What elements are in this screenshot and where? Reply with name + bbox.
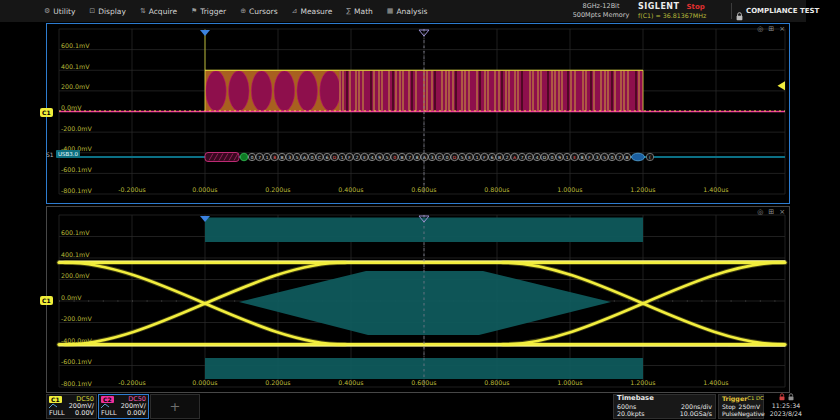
lfps-lobe [297,71,318,111]
bw-label: FULL [101,410,117,417]
x-axis-label: 0.800us [484,186,509,193]
menu-item-acquire[interactable]: ⇅Acquire [140,7,177,16]
fullscreen-icon[interactable]: ⊞ [768,25,774,33]
decode-char: E [573,155,576,160]
decode-char: 5 [461,155,464,160]
decode-char: B [281,155,284,160]
waveform-grid[interactable]: ◎ ⊞ × 600.1mV400.1mV200.0mV0.0mV-200.0mV… [46,23,790,204]
decode-char: 8 [581,155,584,160]
timebase-box[interactable]: Timebase 600ns200ns/div 20.0kpts10.0GSa/… [613,394,716,419]
trigger-position-marker[interactable] [200,30,210,36]
decode-char: A [303,155,306,160]
decode-char: C [528,155,531,160]
x-axis-label: 1.400us [703,379,728,386]
menu-separator [731,3,732,19]
decode-start-token [205,153,239,162]
timebase-scale: 200ns/div [681,403,712,411]
menu-item-utility[interactable]: ⚙Utility [44,7,75,16]
y-axis-label: 0.0mV [61,104,82,111]
scope-spec: 8GHz-12Bit 500Mpts Memory [570,2,632,20]
brand-logo: SIGLENT [638,2,680,11]
menu-item-cursors[interactable]: ⊕Cursors [240,7,277,16]
decode-char: 5 [603,155,606,160]
trigger-title: Trigger [722,395,747,403]
timebase-title: Timebase [617,395,654,403]
decode-char: A [513,155,516,160]
y-axis-label: 0.0mV [61,294,82,301]
decode-char: 0 [393,155,396,160]
c1-offset-badge-eye[interactable]: C1 [40,296,53,305]
menu-item-label: Trigger [200,7,226,16]
brand-block: SIGLENT Stop f(C1) = 36.81367MHz [638,2,730,19]
camera-icon[interactable]: ◎ [757,208,763,216]
fullscreen-icon[interactable]: ⊞ [768,208,774,216]
grid-toolbar: ◎ ⊞ × [757,25,785,33]
sample-rate: 10.0GSa/s [680,410,712,418]
x-axis-label: 0.000us [192,379,217,386]
usb3-decoder-badge[interactable]: USB3.0 [56,150,80,158]
close-icon[interactable]: × [779,208,785,216]
waveform-plot: 600.1mV400.1mV200.0mV0.0mV-200.0mV-400.0… [47,24,789,203]
frequency-counter: f(C1) = 36.81367MHz [638,12,730,19]
eye-diagram-grid[interactable]: ◎ ⊞ × 600.1mV400.1mV200.0mV0.0mV-200.0mV… [46,206,790,393]
clock-box[interactable]: 11:25:34 2023/8/24 [766,394,806,419]
menu-item-analysis[interactable]: ▦Analysis [387,7,428,16]
x-axis-label: 1.200us [630,186,655,193]
decode-char: 2 [356,155,359,160]
c1-offset-badge[interactable]: C1 [40,108,53,117]
decode-char: 9 [378,155,381,160]
decode-char: ( [649,155,651,160]
compliance-test-label[interactable]: COMPLIANCE TEST [746,7,819,15]
trigger-box[interactable]: TriggerC1 DC Stop250mV PulseNegative [718,394,764,419]
y-axis-label: 400.1mV [61,63,90,70]
acquire-icon: ⇅ [140,7,146,15]
menu-item-label: Acquire [149,7,177,16]
menu-item-trigger[interactable]: ⚑Trigger [191,7,226,16]
x-axis-label: 0.200us [265,186,290,193]
decode-char: 5 [296,155,299,160]
decode-char: 0 [251,155,254,160]
lfps-lobe [206,71,227,111]
y-axis-label: -200.0mV [61,315,92,322]
decode-char: 1 [341,155,344,160]
timebase-delay: 600ns [617,403,636,411]
channel-descriptor-c1[interactable]: C1 DC50 200mV/ FULL 0.00V [46,394,97,419]
trigger-level-marker[interactable] [778,81,786,90]
decode-char: 3 [431,155,434,160]
x-axis-label: 0.400us [338,379,363,386]
menu-item-measure[interactable]: ⊿Measure [292,7,333,16]
channel-descriptor-c2[interactable]: C2 DC50 200mV/ FULL 0.00V [98,394,149,419]
x-axis-label: 0.800us [484,379,509,386]
menu-item-math[interactable]: ∑Math [346,7,372,16]
close-icon[interactable]: × [779,25,785,33]
decode-char: 0 [446,155,449,160]
menu-item-label: Utility [53,7,75,16]
x-axis-label: 1.000us [557,379,582,386]
offset-label: 0.00V [127,410,146,417]
decode-char: B [401,155,404,160]
decode-char: 1 [266,155,269,160]
decode-char: B [626,155,629,160]
decode-char: E [363,155,366,160]
decode-char: A [423,155,426,160]
y-axis-label: -800.1mV [61,187,92,194]
trigger-slope: Negative [738,410,765,418]
x-axis-label: 0.000us [192,186,217,193]
flag-icon: ⚑ [191,7,197,15]
memory-label: 500Mpts Memory [570,11,632,20]
camera-icon[interactable]: ◎ [757,25,763,33]
decode-bubbles: 0718B35A0C6D1F2E4950B78A3C0D5E1F6B2A7C4D… [205,153,654,162]
menu-item-display[interactable]: ⊡Display [89,7,126,16]
x-axis-label: 1.200us [630,379,655,386]
lfps-lobe [229,71,250,111]
measure-icon: ⊿ [292,7,298,15]
s1-bus-label[interactable]: S1 [46,151,54,158]
add-channel-button[interactable]: + [150,394,200,419]
menu-item-label: Display [98,7,126,16]
bandwidth-label: 8GHz-12Bit [570,2,632,11]
decode-char: 8 [273,155,276,160]
lfps-lobe [274,71,295,111]
lfps-lobe [320,71,341,111]
y-axis-label: 400.1mV [61,251,90,258]
lfps-lobe [251,71,272,111]
